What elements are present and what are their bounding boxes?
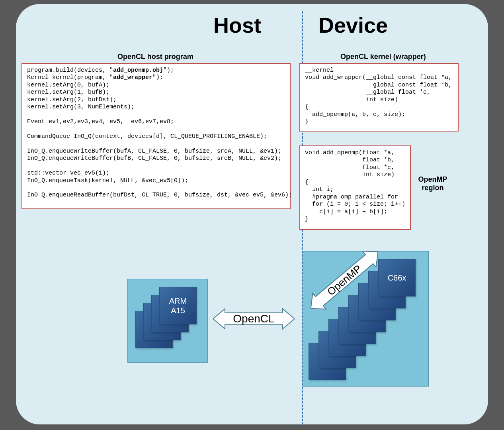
openmp-code-box: void add_openmp(float *a, float *b, floa…	[299, 145, 411, 230]
host-program-label: OpenCL host program	[117, 53, 193, 61]
openmp-region-label: OpenMP region	[415, 175, 451, 192]
wrapper-code-box: __kernel void add_wrapper(__global const…	[299, 63, 459, 132]
openmp-arrow-label: OpenMP	[325, 263, 364, 298]
openmp-arrow: OpenMP	[303, 249, 386, 311]
device-title: Device	[318, 13, 388, 37]
opencl-arrow: OpenCL	[213, 307, 295, 331]
kernel-wrapper-label: OpenCL kernel (wrapper)	[340, 53, 426, 61]
host-code-box: program.build(devices, "add_openmp.obj")…	[21, 63, 291, 209]
diagram-root: Host Device OpenCL host program OpenCL k…	[0, 0, 504, 430]
panel: Host Device OpenCL host program OpenCL k…	[16, 4, 488, 424]
host-title: Host	[213, 13, 261, 37]
arm-tile-front: ARM A15	[159, 287, 197, 324]
opencl-arrow-label: OpenCL	[213, 307, 295, 331]
